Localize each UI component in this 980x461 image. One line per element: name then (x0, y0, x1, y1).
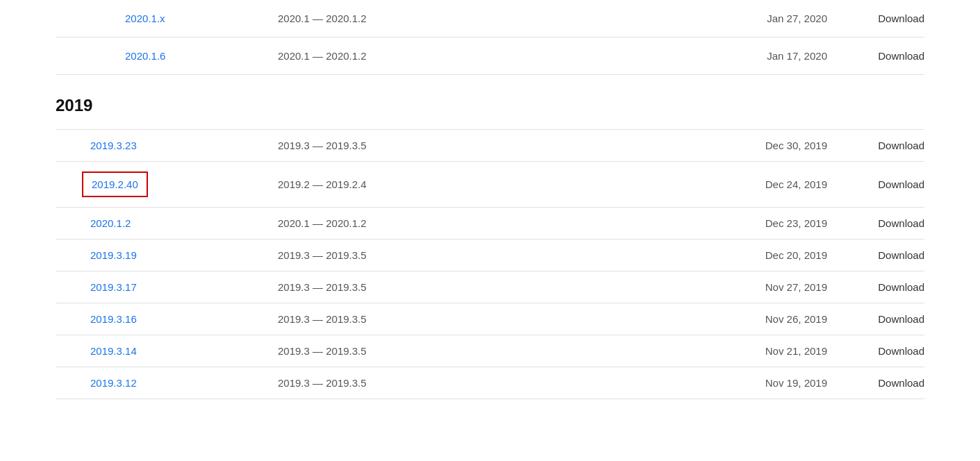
year-heading: 2019 (56, 96, 924, 115)
version-range-cell: 2020.1 — 2020.1.2 (278, 50, 702, 62)
download-link[interactable]: Download (827, 178, 924, 190)
version-link[interactable]: 2020.1.x (90, 12, 165, 24)
date-cell: Nov 19, 2019 (702, 377, 827, 389)
date-cell: Nov 26, 2019 (702, 313, 827, 325)
date-cell: Jan 27, 2020 (702, 12, 827, 24)
version-link[interactable]: 2019.3.16 (90, 313, 137, 325)
date-cell: Nov 21, 2019 (702, 345, 827, 357)
version-range-cell: 2019.2 — 2019.2.4 (278, 178, 702, 190)
date-cell: Jan 17, 2020 (702, 50, 827, 62)
version-link[interactable]: 2019.3.19 (90, 249, 137, 261)
year-section-2019: 2019 (56, 75, 924, 129)
table-row: 2019.3.16 2019.3 — 2019.3.5 Nov 26, 2019… (56, 303, 924, 335)
version-link[interactable]: 2019.3.14 (90, 345, 137, 357)
table-row: 2019.3.12 2019.3 — 2019.3.5 Nov 19, 2019… (56, 367, 924, 399)
download-link[interactable]: Download (827, 249, 924, 261)
version-range-cell: 2019.3 — 2019.3.5 (278, 377, 702, 389)
table-row: 2019.3.23 2019.3 — 2019.3.5 Dec 30, 2019… (56, 129, 924, 161)
date-cell: Dec 23, 2019 (702, 217, 827, 229)
version-range-cell: 2019.3 — 2019.3.5 (278, 249, 702, 261)
download-link[interactable]: Download (827, 281, 924, 293)
version-link[interactable]: 2020.1.6 (90, 50, 165, 62)
download-link[interactable]: Download (827, 345, 924, 357)
table-row: 2019.2.40 2019.2 — 2019.2.4 Dec 24, 2019… (56, 161, 924, 207)
download-link[interactable]: Download (827, 313, 924, 325)
version-range-cell: 2019.3 — 2019.3.5 (278, 281, 702, 293)
table-row: 2019.3.19 2019.3 — 2019.3.5 Dec 20, 2019… (56, 239, 924, 271)
download-link[interactable]: Download (827, 217, 924, 229)
table-row: 2020.1.2 2020.1 — 2020.1.2 Dec 23, 2019 … (56, 207, 924, 239)
table-row: 2019.3.17 2019.3 — 2019.3.5 Nov 27, 2019… (56, 271, 924, 303)
date-cell: Dec 20, 2019 (702, 249, 827, 261)
table-row: 2019.3.14 2019.3 — 2019.3.5 Nov 21, 2019… (56, 335, 924, 367)
version-link[interactable]: 2020.1.2 (90, 217, 131, 229)
date-cell: Dec 24, 2019 (702, 178, 827, 190)
version-link[interactable]: 2019.3.23 (90, 140, 137, 151)
download-link[interactable]: Download (827, 377, 924, 389)
table-row: 2020.1.6 2020.1 — 2020.1.2 Jan 17, 2020 … (56, 37, 924, 75)
date-cell: Nov 27, 2019 (702, 281, 827, 293)
version-link[interactable]: 2019.2.40 (92, 178, 138, 190)
download-link[interactable]: Download (827, 12, 924, 24)
date-cell: Dec 30, 2019 (702, 140, 827, 151)
version-range-cell: 2019.3 — 2019.3.5 (278, 140, 702, 151)
table-row: 2020.1.x 2020.1 — 2020.1.2 Jan 27, 2020 … (56, 0, 924, 37)
version-range-cell: 2020.1 — 2020.1.2 (278, 12, 702, 24)
version-link[interactable]: 2019.3.17 (90, 281, 137, 293)
version-range-cell: 2020.1 — 2020.1.2 (278, 217, 702, 229)
download-link[interactable]: Download (827, 140, 924, 151)
download-link[interactable]: Download (827, 50, 924, 62)
version-range-cell: 2019.3 — 2019.3.5 (278, 345, 702, 357)
version-link[interactable]: 2019.3.12 (90, 377, 137, 389)
version-range-cell: 2019.3 — 2019.3.5 (278, 313, 702, 325)
